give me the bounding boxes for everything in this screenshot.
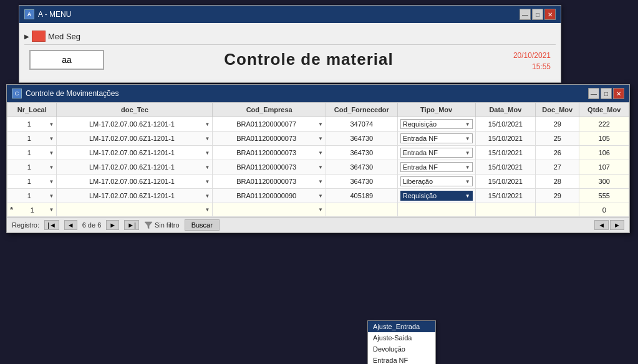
doc-tec-value: LM-17.02.07.00.6Z1-1201-1 — [59, 178, 204, 185]
doc-tec-dropdown-arrow[interactable]: ▼ — [205, 136, 210, 141]
menu-bar: ▶ Med Seg — [24, 28, 556, 45]
main-minimize-button[interactable]: — — [588, 88, 599, 99]
tipo-mov-dropdown[interactable]: Requisição▼ — [400, 119, 473, 129]
cell-nr-local-new: * 1▼ — [7, 203, 57, 217]
tipo-mov-arrow[interactable]: ▼ — [465, 193, 470, 199]
cell-cod-fornecedor: 405189 — [326, 189, 398, 203]
cell-doc-tec: LM-17.02.07.00.6Z1-1201-1▼ — [57, 132, 213, 146]
cod-empresa-dropdown-arrow[interactable]: ▼ — [318, 165, 323, 170]
tipo-mov-dropdown-popup: Ajuste_Entrada Ajuste-Saida Devolução En… — [367, 320, 436, 364]
cod-empresa-dropdown-arrow[interactable]: ▼ — [318, 179, 323, 184]
tipo-mov-arrow: ▼ — [465, 122, 470, 127]
tipo-mov-dropdown[interactable]: Entrada NF▼ — [400, 162, 473, 172]
doc-tec-dropdown-arrow[interactable]: ▼ — [205, 150, 210, 156]
nav-last-button[interactable]: ►| — [124, 220, 139, 230]
aa-input[interactable]: aa — [29, 50, 104, 70]
tipo-mov-dropdown[interactable]: Entrada NF▼ — [400, 133, 473, 143]
cod-empresa-value: BRA011200000073 — [215, 178, 317, 185]
dropdown-option-devolucao[interactable]: Devolução — [368, 343, 435, 355]
nr-local-dropdown-arrow[interactable]: ▼ — [49, 122, 54, 127]
svg-marker-0 — [145, 222, 152, 229]
dropdown-option-ajuste-saida[interactable]: Ajuste-Saida — [368, 332, 435, 343]
cell-cod-empresa-new: ▼ — [213, 203, 326, 217]
cell-tipo-mov: Entrada NF▼ — [397, 160, 475, 175]
nr-local-value: 1 — [10, 149, 49, 156]
cell-nr-local: 1▼ — [7, 146, 57, 160]
menu-red-indicator — [32, 31, 46, 42]
table-row: 1▼LM-17.02.07.00.6Z1-1201-1▼BRA011200000… — [7, 132, 629, 146]
nr-local-dropdown-arrow[interactable]: ▼ — [49, 193, 54, 199]
doc-tec-dropdown-arrow[interactable]: ▼ — [205, 193, 210, 199]
scroll-area: ◄ ► — [594, 220, 624, 230]
new-nr-local-arrow[interactable]: ▼ — [49, 207, 54, 213]
new-doc-tec-arrow[interactable]: ▼ — [205, 207, 210, 213]
table-row: 1▼LM-17.02.07.00.6Z1-1201-1▼BRA011200000… — [7, 175, 629, 189]
col-header-doc-mov: Doc_Mov — [536, 103, 579, 117]
tipo-mov-dropdown[interactable]: Liberação▼ — [400, 176, 473, 186]
buscar-button[interactable]: Buscar — [185, 219, 220, 231]
cell-doc-tec: LM-17.02.07.00.6Z1-1201-1▼ — [57, 146, 213, 160]
tipo-mov-selected[interactable]: Requisição▼ — [400, 191, 473, 201]
nav-prev-button[interactable]: ◄ — [64, 220, 77, 230]
cell-tipo-mov-new — [397, 203, 475, 217]
cell-nr-local: 1▼ — [7, 132, 57, 146]
cell-nr-local: 1▼ — [7, 117, 57, 132]
cell-doc-mov: 29 — [536, 189, 579, 203]
table-container: Nr_Local doc_Tec Cod_Empresa Cod_Fornece… — [7, 102, 629, 217]
doc-tec-value: LM-17.02.07.00.6Z1-1201-1 — [59, 120, 204, 128]
cod-empresa-dropdown-arrow[interactable]: ▼ — [318, 136, 323, 141]
cod-empresa-dropdown-arrow[interactable]: ▼ — [318, 150, 323, 156]
nr-local-dropdown-arrow[interactable]: ▼ — [49, 150, 54, 156]
bg-window: A A - MENU — □ ✕ ▶ Med Seg aa Controle d… — [19, 5, 561, 83]
cell-cod-fornecedor: 364730 — [326, 132, 398, 146]
cell-doc-mov: 25 — [536, 132, 579, 146]
tipo-mov-arrow: ▼ — [465, 165, 470, 170]
doc-tec-value: LM-17.02.07.00.6Z1-1201-1 — [59, 135, 204, 142]
time-display: 15:55 — [513, 61, 551, 72]
cell-data-mov: 15/10/2021 — [475, 175, 536, 189]
menu-item-medseg[interactable]: Med Seg — [48, 32, 80, 41]
filter-area: Sin filtro — [144, 221, 180, 229]
main-window-title: Controle de Movimentações — [26, 89, 584, 98]
cell-tipo-mov: Entrada NF▼ — [397, 146, 475, 160]
nr-local-dropdown-arrow[interactable]: ▼ — [49, 165, 54, 170]
filter-icon — [144, 221, 153, 229]
nr-local-dropdown-arrow[interactable]: ▼ — [49, 136, 54, 141]
new-nr-local-value: 1 — [16, 206, 48, 214]
col-header-qtde-mov: Qtde_Mov — [579, 103, 629, 117]
tipo-mov-dropdown[interactable]: Entrada NF▼ — [400, 148, 473, 158]
new-cod-empresa-arrow[interactable]: ▼ — [318, 207, 323, 213]
main-window-controls: — □ ✕ — [588, 88, 624, 99]
main-window: C Controle de Movimentações — □ ✕ Nr_Loc… — [6, 84, 630, 233]
doc-tec-dropdown-arrow[interactable]: ▼ — [205, 179, 210, 184]
dropdown-option-ajuste-entrada[interactable]: Ajuste_Entrada — [368, 321, 435, 332]
nav-next-button[interactable]: ► — [106, 220, 119, 230]
bg-close-button[interactable]: ✕ — [544, 9, 556, 20]
cell-cod-fornecedor: 364730 — [326, 160, 398, 175]
cod-empresa-dropdown-arrow[interactable]: ▼ — [318, 193, 323, 199]
main-close-button[interactable]: ✕ — [613, 88, 624, 99]
tipo-mov-value: Requisição — [403, 120, 465, 128]
scroll-right-button[interactable]: ► — [610, 220, 624, 230]
bg-maximize-button[interactable]: □ — [532, 9, 543, 20]
nav-first-button[interactable]: |◄ — [44, 220, 59, 230]
doc-tec-dropdown-arrow[interactable]: ▼ — [205, 165, 210, 170]
filter-label: Sin filtro — [155, 221, 180, 229]
cod-empresa-dropdown-arrow[interactable]: ▼ — [318, 122, 323, 127]
nr-local-dropdown-arrow[interactable]: ▼ — [49, 179, 54, 184]
dropdown-option-entrada-nf[interactable]: Entrada NF — [368, 355, 435, 364]
tipo-mov-arrow: ▼ — [465, 136, 470, 141]
cell-doc-mov: 28 — [536, 175, 579, 189]
bg-window-body: ▶ Med Seg aa Controle de material 20/10/… — [19, 23, 561, 82]
cell-data-mov-new — [475, 203, 536, 217]
scroll-left-button[interactable]: ◄ — [594, 220, 609, 230]
col-header-cod-fornecedor: Cod_Fornecedor — [326, 103, 398, 117]
cell-cod-empresa: BRA011200000090▼ — [213, 189, 326, 203]
table-row: 1▼LM-17.02.07.00.6Z1-1201-1▼BRA011200000… — [7, 117, 629, 132]
doc-tec-dropdown-arrow[interactable]: ▼ — [205, 122, 210, 127]
cell-doc-mov: 26 — [536, 146, 579, 160]
cell-tipo-mov: Requisição▼ — [397, 117, 475, 132]
main-maximize-button[interactable]: □ — [601, 88, 612, 99]
cell-tipo-mov: Requisição▼ — [397, 189, 475, 203]
bg-minimize-button[interactable]: — — [520, 9, 531, 20]
